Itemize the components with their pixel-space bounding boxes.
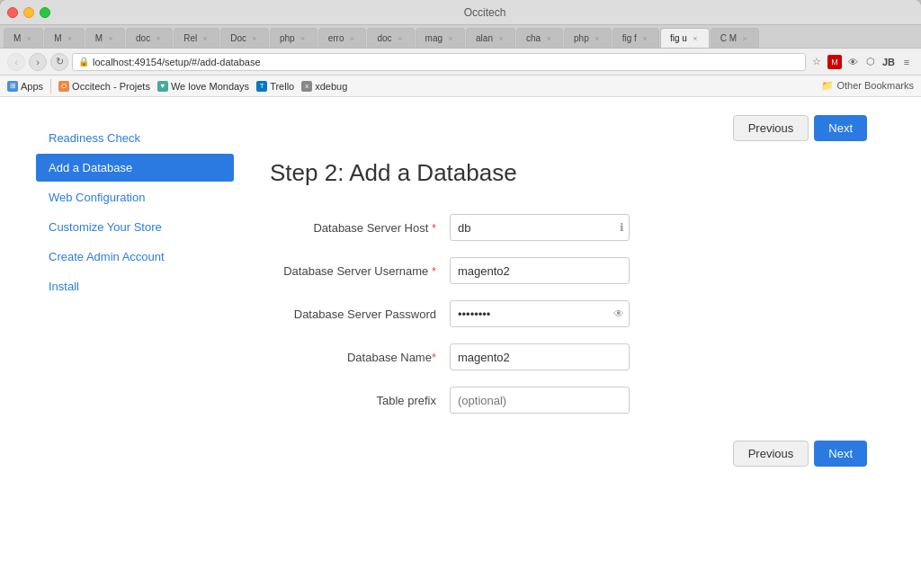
label-dbname: Database Name* (270, 351, 450, 364)
title-bar: Occitech (0, 0, 921, 25)
required-star-host: * (432, 221, 436, 235)
bookmark-occitech[interactable]: O Occitech - Projets (58, 81, 150, 92)
setup-container: Readiness Check Add a Database Web Confi… (0, 97, 921, 588)
tab-11[interactable]: alan× (466, 28, 515, 48)
profile-icon[interactable]: JB (881, 55, 896, 69)
bookmark-trello[interactable]: T Trello (256, 81, 294, 92)
required-star-dbname: * (432, 351, 436, 364)
bookmark-separator-1 (50, 79, 51, 94)
navigation-bar: ‹ › ↻ 🔒 localhost:49154/setup/#/add-data… (0, 49, 921, 76)
main-content: Previous Next Step 2: Add a Database Dat… (234, 115, 885, 570)
back-button[interactable]: ‹ (7, 53, 25, 71)
forward-button[interactable]: › (29, 53, 47, 71)
tab-13[interactable]: php× (564, 28, 612, 48)
bookmark-mondays[interactable]: ♥ We love Mondays (157, 81, 249, 92)
maximize-window-button[interactable] (40, 7, 50, 18)
database-form: Database Server Host * ℹ Database Server… (270, 214, 867, 414)
bookmark-trello-label: Trello (270, 81, 294, 92)
tab-14[interactable]: fig f× (613, 28, 659, 48)
input-username[interactable] (450, 257, 630, 284)
input-dbname[interactable] (450, 343, 630, 370)
input-password[interactable] (450, 300, 630, 327)
tab-5[interactable]: Rel× (174, 28, 219, 48)
sidebar-item-add-database[interactable]: Add a Database (36, 154, 234, 182)
other-bookmarks[interactable]: 📁 Other Bookmarks (821, 80, 914, 92)
address-text: localhost:49154/setup/#/add-database (93, 57, 261, 67)
window-title: Occitech (56, 6, 914, 19)
bookmark-apps[interactable]: ⊞ Apps (7, 81, 43, 92)
bookmark-occitech-label: Occitech - Projets (72, 81, 150, 92)
tab-active[interactable]: fig u× (660, 28, 710, 48)
sidebar-item-customize-store[interactable]: Customize Your Store (36, 213, 234, 241)
menu-icon[interactable]: ≡ (899, 55, 914, 69)
star-icon[interactable]: ☆ (809, 55, 824, 69)
input-wrapper-password: 👁 (450, 300, 630, 327)
sidebar-item-readiness[interactable]: Readiness Check (36, 124, 234, 152)
label-password: Database Server Password (270, 307, 450, 321)
close-window-button[interactable] (7, 7, 18, 18)
tab-8[interactable]: erro× (318, 28, 367, 48)
sidebar-add-database-label: Add a Database (49, 161, 132, 174)
next-button-top[interactable]: Next (814, 115, 867, 141)
mondays-icon: ♥ (157, 81, 168, 92)
sidebar-item-install[interactable]: Install (36, 272, 234, 300)
reload-button[interactable]: ↻ (50, 53, 68, 71)
sidebar-item-web-configuration[interactable]: Web Configuration (36, 183, 234, 211)
sidebar-item-create-admin[interactable]: Create Admin Account (36, 243, 234, 271)
info-icon-host: ℹ (620, 221, 624, 234)
bookmark-apps-label: Apps (21, 81, 43, 92)
tab-10[interactable]: mag× (416, 28, 465, 48)
apps-icon: ⊞ (7, 81, 18, 92)
browser-window: Occitech M× M× M× doc× Rel× Doc× php× er… (0, 0, 921, 588)
form-group-prefix: Table prefix (270, 387, 867, 414)
reader-icon[interactable]: 👁 (845, 55, 860, 69)
input-wrapper-prefix (450, 387, 630, 414)
address-bar[interactable]: 🔒 localhost:49154/setup/#/add-database (72, 53, 806, 71)
tab-9[interactable]: doc× (367, 28, 414, 48)
previous-button-top[interactable]: Previous (733, 115, 809, 141)
required-star-username: * (432, 264, 436, 278)
cast-icon[interactable]: ⬡ (863, 55, 878, 69)
label-host: Database Server Host * (270, 221, 450, 235)
next-button-bottom[interactable]: Next (814, 441, 867, 467)
bottom-buttons: Previous Next (270, 441, 867, 467)
tab-1[interactable]: M× (4, 28, 43, 48)
tab-3[interactable]: M× (85, 28, 125, 48)
minimize-window-button[interactable] (23, 7, 34, 18)
form-group-password: Database Server Password 👁 (270, 300, 867, 327)
input-host[interactable] (450, 214, 630, 241)
sidebar-create-admin-label: Create Admin Account (49, 250, 165, 263)
tab-new[interactable]: C M× (711, 28, 759, 48)
nav-icons: ☆ M 👁 ⬡ JB ≡ (809, 55, 914, 69)
sidebar: Readiness Check Add a Database Web Confi… (36, 115, 234, 570)
tab-4[interactable]: doc× (126, 28, 173, 48)
label-prefix: Table prefix (270, 394, 450, 407)
sidebar-web-config-label: Web Configuration (49, 191, 145, 204)
form-group-username: Database Server Username * (270, 257, 867, 284)
extensions-icon[interactable]: M (827, 55, 842, 69)
tab-7[interactable]: php× (270, 28, 317, 48)
step-title: Step 2: Add a Database (270, 159, 867, 187)
input-wrapper-username (450, 257, 630, 284)
input-prefix[interactable] (450, 387, 630, 414)
tab-2[interactable]: M× (44, 28, 84, 48)
tab-12[interactable]: cha× (516, 28, 563, 48)
bookmark-xdebug[interactable]: x xdebug (301, 81, 347, 92)
sidebar-install-label: Install (49, 280, 79, 293)
top-buttons: Previous Next (270, 115, 867, 141)
other-bookmarks-label: Other Bookmarks (836, 80, 914, 91)
tab-6[interactable]: Doc× (220, 28, 269, 48)
form-group-dbname: Database Name* (270, 343, 867, 370)
form-group-host: Database Server Host * ℹ (270, 214, 867, 241)
toggle-password-icon[interactable]: 👁 (613, 307, 624, 320)
trello-icon: T (256, 81, 267, 92)
bookmark-mondays-label: We love Mondays (171, 81, 249, 92)
folder-icon: 📁 (821, 80, 834, 91)
sidebar-customize-label: Customize Your Store (49, 220, 162, 234)
previous-button-bottom[interactable]: Previous (733, 441, 809, 467)
occitech-icon: O (58, 81, 69, 92)
sidebar-readiness-label: Readiness Check (49, 131, 140, 145)
xdebug-icon: x (301, 81, 312, 92)
bookmark-xdebug-label: xdebug (315, 81, 347, 92)
page-content: Readiness Check Add a Database Web Confi… (0, 97, 921, 588)
